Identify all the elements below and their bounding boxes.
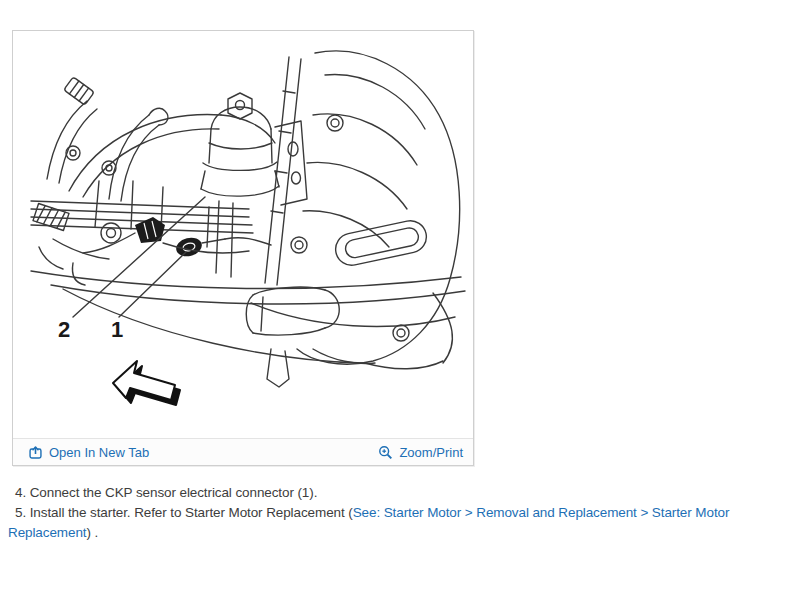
step-5-text-after: ) . (86, 525, 98, 540)
open-in-new-tab-icon (28, 445, 43, 460)
zoom-print-label: Zoom/Print (399, 445, 463, 460)
oil-filter-housing (201, 93, 307, 277)
figure-body: 2 1 (13, 31, 473, 438)
leader-line-1 (119, 252, 186, 317)
figure-label-2: 2 (58, 317, 70, 342)
step-5: 5. Install the starter. Refer to Starter… (8, 503, 790, 543)
step-4-text: 4. Connect the CKP sensor electrical con… (15, 485, 317, 500)
magnifier-plus-icon (378, 445, 393, 460)
figure-card: 2 1 Open In New Tab (12, 30, 474, 466)
zoom-print-link[interactable]: Zoom/Print (378, 445, 463, 460)
engine-diagram: 2 1 (13, 31, 471, 436)
engine-left-section (31, 77, 275, 285)
direction-arrow (113, 361, 180, 405)
figure-label-1: 1 (111, 317, 123, 342)
callout-1: 1 (111, 252, 186, 342)
open-in-new-tab-label: Open In New Tab (49, 445, 149, 460)
step-4: 4. Connect the CKP sensor electrical con… (8, 483, 790, 503)
instructions: 4. Connect the CKP sensor electrical con… (8, 483, 790, 543)
step-5-text-before: 5. Install the starter. Refer to Starter… (15, 505, 353, 520)
open-in-new-tab-link[interactable]: Open In New Tab (28, 445, 149, 460)
figure-footer: Open In New Tab Zoom/Print (13, 438, 473, 465)
leader-line-2 (73, 197, 205, 317)
